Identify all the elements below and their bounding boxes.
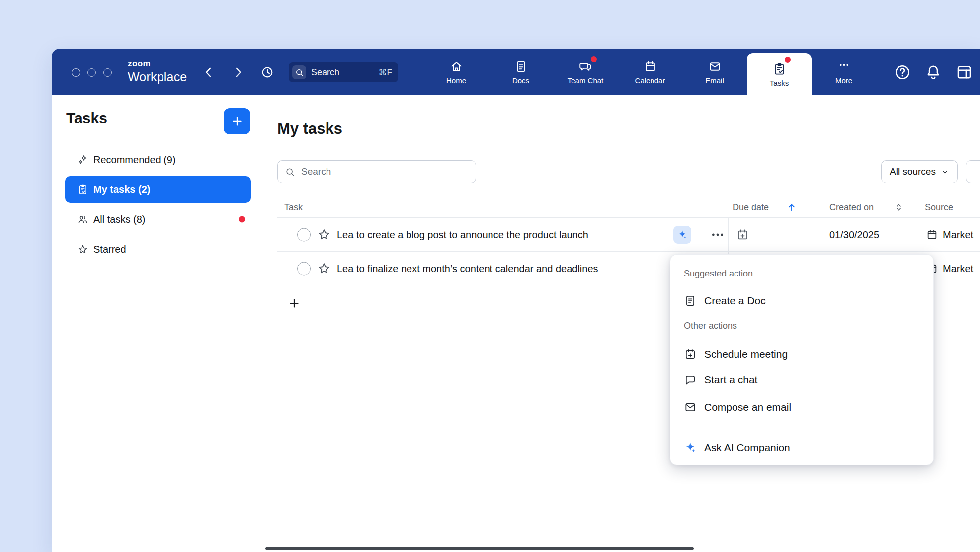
nav-tasks[interactable]: Tasks xyxy=(747,53,812,95)
sidebar-item-starred[interactable]: Starred xyxy=(65,236,251,263)
menu-item-ask-ai-companion[interactable]: Ask AI Companion xyxy=(684,436,920,460)
clipboard-check-icon xyxy=(77,184,88,195)
menu-item-label: Start a chat xyxy=(704,374,757,386)
menu-item-label: Create a Doc xyxy=(704,295,766,307)
task-complete-checkbox[interactable] xyxy=(297,228,311,241)
task-row-1[interactable]: Lea to create a blog post to announce th… xyxy=(277,218,980,252)
nav-docs[interactable]: Docs xyxy=(489,49,553,95)
window-control-3[interactable] xyxy=(103,68,112,77)
ai-action-menu: Suggested action Create a Doc Other acti… xyxy=(670,254,934,465)
star-icon[interactable] xyxy=(317,228,331,242)
clipped-toolbar-button[interactable] xyxy=(966,160,980,183)
chevron-down-icon xyxy=(941,168,949,176)
notifications-button[interactable] xyxy=(924,63,942,81)
add-due-date-button[interactable] xyxy=(736,228,749,241)
window-control-2[interactable] xyxy=(87,68,96,77)
tasks-sidebar: Tasks Recommended (9) My tasks (2) All t… xyxy=(52,95,264,552)
new-task-button[interactable] xyxy=(224,108,250,134)
sort-toggle-icon[interactable] xyxy=(894,202,903,212)
nav-email[interactable]: Email xyxy=(682,49,747,95)
calendar-plus-icon xyxy=(736,228,749,241)
ellipsis-icon xyxy=(710,227,726,243)
sidebar-menu: Recommended (9) My tasks (2) All tasks (… xyxy=(65,146,251,263)
topbar-utilities xyxy=(894,63,973,81)
menu-item-label: Ask AI Companion xyxy=(704,442,790,454)
star-icon xyxy=(77,244,88,255)
sidebar-item-label: Starred xyxy=(93,244,126,255)
star-icon[interactable] xyxy=(317,262,331,276)
sources-filter-label: All sources xyxy=(890,166,936,177)
my-tasks-panel: My tasks All sources Task Due date Creat… xyxy=(264,95,980,552)
team-chat-icon xyxy=(579,60,592,73)
task-complete-checkbox[interactable] xyxy=(297,262,311,275)
column-divider xyxy=(822,218,822,252)
source-calendar-icon xyxy=(926,228,938,241)
menu-section-label-suggested: Suggested action xyxy=(684,269,753,279)
sidebar-item-label: My tasks (2) xyxy=(93,184,151,195)
horizontal-scrollbar[interactable] xyxy=(265,547,694,550)
history-button[interactable] xyxy=(260,65,274,79)
search-icon xyxy=(285,167,295,177)
sidebar-item-recommended[interactable]: Recommended (9) xyxy=(65,146,251,173)
nav-team-chat[interactable]: Team Chat xyxy=(553,49,618,95)
ai-companion-icon xyxy=(684,441,697,454)
nav-home[interactable]: Home xyxy=(424,49,489,95)
source-value: Market xyxy=(943,229,973,240)
nav-calendar[interactable]: Calendar xyxy=(618,49,682,95)
more-actions-button[interactable] xyxy=(710,227,726,243)
search-icon xyxy=(292,65,306,79)
task-search-input[interactable] xyxy=(300,166,469,178)
bell-icon xyxy=(924,63,942,81)
chevron-left-icon xyxy=(202,65,216,79)
back-button[interactable] xyxy=(202,65,216,79)
zoom-logo-text: zoom xyxy=(128,59,187,68)
plus-icon xyxy=(231,115,244,128)
sidebar-item-all-tasks[interactable]: All tasks (8) xyxy=(65,206,251,233)
sidebar-title: Tasks xyxy=(66,108,107,128)
menu-item-create-doc[interactable]: Create a Doc xyxy=(684,289,920,313)
nav-more[interactable]: More xyxy=(812,49,876,95)
global-search[interactable]: Search ⌘F xyxy=(289,62,398,82)
menu-item-compose-email[interactable]: Compose an email xyxy=(684,395,920,419)
menu-item-label: Compose an email xyxy=(704,401,791,413)
add-task-button[interactable] xyxy=(287,296,302,311)
workplace-logo-text: Workplace xyxy=(128,71,187,83)
sidebar-item-label: Recommended (9) xyxy=(93,154,176,166)
forward-button[interactable] xyxy=(231,65,245,79)
search-shortcut: ⌘F xyxy=(379,67,392,78)
help-icon xyxy=(894,63,911,81)
tasks-icon xyxy=(773,62,786,76)
menu-item-schedule-meeting[interactable]: Schedule meeting xyxy=(684,342,920,366)
menu-divider xyxy=(684,428,920,428)
search-placeholder: Search xyxy=(311,67,374,78)
sort-ascending-icon[interactable] xyxy=(786,202,797,213)
more-icon xyxy=(837,60,851,73)
sidebar-item-my-tasks[interactable]: My tasks (2) xyxy=(65,176,251,203)
topbar: zoom Workplace Search ⌘F Home xyxy=(52,49,980,95)
docs-icon xyxy=(514,60,528,73)
page-title: My tasks xyxy=(277,119,342,139)
source-value: Market xyxy=(943,263,973,274)
all-tasks-badge xyxy=(239,216,245,223)
calendar-plus-icon xyxy=(684,348,697,361)
task-search-field[interactable] xyxy=(277,160,476,183)
primary-navigation: Home Docs Team Chat Calendar Email xyxy=(424,49,876,95)
menu-item-start-chat[interactable]: Start a chat xyxy=(684,368,920,392)
people-icon xyxy=(77,214,88,225)
sources-filter-dropdown[interactable]: All sources xyxy=(881,160,958,183)
task-title: Lea to create a blog post to announce th… xyxy=(337,229,588,240)
column-header-created-on[interactable]: Created on xyxy=(829,202,874,212)
column-header-due-date[interactable]: Due date xyxy=(733,202,769,212)
menu-section-label-other: Other actions xyxy=(684,321,737,331)
zoom-workplace-logo: zoom Workplace xyxy=(128,59,187,83)
menu-item-label: Schedule meeting xyxy=(704,348,788,360)
column-header-task[interactable]: Task xyxy=(284,202,303,212)
sparkles-icon xyxy=(77,154,88,166)
email-icon xyxy=(708,60,722,73)
help-button[interactable] xyxy=(894,63,911,81)
ai-companion-button[interactable] xyxy=(673,226,691,244)
schedule-panel-button[interactable] xyxy=(955,63,973,81)
task-title: Lea to finalize next month’s content cal… xyxy=(337,263,598,274)
column-header-source[interactable]: Source xyxy=(925,202,953,212)
window-control-1[interactable] xyxy=(72,68,80,77)
